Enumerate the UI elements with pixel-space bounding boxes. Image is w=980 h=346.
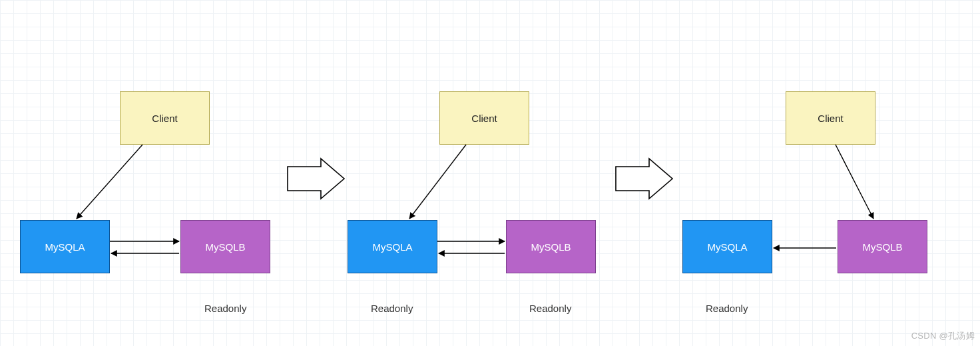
stage1-mysqlb-box: MySQLB — [180, 220, 270, 273]
stage1-client-label: Client — [152, 113, 177, 124]
watermark: CSDN @孔汤姆 — [911, 330, 975, 342]
stage1-mysqla-box: MySQLA — [20, 220, 110, 273]
stage1-readonly-label: Readonly — [204, 303, 246, 314]
diagram-canvas: Client MySQLA MySQLB Readonly Client MyS… — [0, 0, 980, 346]
stage2-client-box: Client — [439, 91, 529, 145]
stage1-client-to-mysqla-arrow — [77, 145, 142, 219]
stage3-mysqla-label: MySQLA — [707, 241, 747, 253]
stage2-mysqla-box: MySQLA — [348, 220, 437, 273]
stage3-mysqlb-box: MySQLB — [838, 220, 927, 273]
stage2-client-to-mysqla-arrow — [409, 145, 466, 219]
stage2-mysqla-label: MySQLA — [372, 241, 412, 253]
transition-arrow-2 — [616, 159, 672, 199]
stage2-readonly-label-b: Readonly — [529, 303, 571, 314]
arrows-overlay — [0, 0, 980, 346]
stage2-mysqlb-label: MySQLB — [531, 241, 571, 253]
stage2-mysqlb-box: MySQLB — [506, 220, 596, 273]
stage1-client-box: Client — [120, 91, 210, 145]
stage2-client-label: Client — [471, 113, 497, 124]
stage3-mysqlb-label: MySQLB — [862, 241, 902, 253]
stage3-mysqla-box: MySQLA — [682, 220, 772, 273]
stage1-mysqla-label: MySQLA — [45, 241, 85, 253]
stage3-client-box: Client — [786, 91, 875, 145]
stage3-client-label: Client — [818, 113, 843, 124]
stage3-client-to-mysqlb-arrow — [836, 145, 873, 219]
stage3-readonly-label: Readonly — [706, 303, 748, 314]
transition-arrow-1 — [288, 159, 344, 199]
stage2-readonly-label-a: Readonly — [371, 303, 413, 314]
stage1-mysqlb-label: MySQLB — [205, 241, 245, 253]
